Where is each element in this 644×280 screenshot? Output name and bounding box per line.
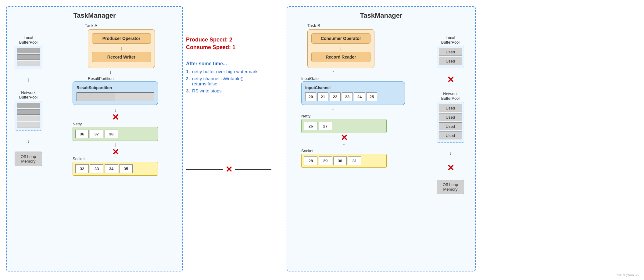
- used-box-3: Used: [439, 104, 462, 112]
- after-list: netty buffer over high watermark netty c…: [186, 69, 258, 95]
- right-socket-label: Socket: [301, 149, 431, 153]
- local-pool-red-x: ✕: [447, 76, 454, 84]
- horizontal-red-x: ✕: [225, 165, 232, 174]
- left-netty-label: Netty: [73, 122, 177, 126]
- nbp-row-4: [17, 122, 40, 127]
- record-reader: Record Reader: [311, 52, 370, 62]
- left-socket-label: Socket: [73, 156, 177, 161]
- horizontal-line-x: ✕: [186, 165, 271, 174]
- right-netty-label: Netty: [301, 114, 431, 118]
- local-pool-block: ✕: [447, 76, 454, 84]
- right-tm-title: TaskManager: [292, 12, 470, 20]
- left-socket-buffer: 32 33 34 35: [73, 162, 158, 176]
- socket-cell-33: 33: [90, 164, 103, 173]
- record-writer: Record Writer: [92, 52, 151, 62]
- input-channel-title: InputChannel: [305, 85, 401, 90]
- used-box-6: Used: [439, 131, 462, 139]
- netty-block-indicator: ↓ ✕: [73, 107, 158, 122]
- ic-cell-21: 21: [317, 92, 328, 101]
- task-b-label: Task B: [307, 23, 431, 28]
- producer-to-writer-arrow: ↓: [92, 45, 151, 52]
- right-local-buffer-pool-group: LocalBufferPool Used Used: [437, 35, 464, 68]
- after-item-3: RS write stops: [186, 88, 258, 93]
- nbp-row-1: [17, 103, 40, 108]
- result-partition-label: ResultPartition: [88, 76, 177, 81]
- right-local-pool-box: Used Used: [437, 46, 464, 68]
- used-box-2: Used: [439, 57, 462, 65]
- after-item-2: netty channel.isWritable()returns false: [186, 76, 258, 86]
- right-task-manager: TaskManager Task B Consumer Operator ↓ R…: [287, 6, 476, 271]
- right-pool-to-offheap-arrow: ↓: [449, 150, 452, 156]
- socket-red-x: ✕: [112, 148, 119, 156]
- right-socket-buffer: 28 29 30 31: [301, 154, 387, 168]
- socket-block-indicator: ↓ ✕: [73, 142, 158, 156]
- consume-speed-label: Consume Speed:: [186, 44, 231, 50]
- task-to-partition-arrow: ↓: [109, 69, 177, 76]
- netty-to-socket-arrow: ↓: [114, 142, 117, 148]
- right-netty-empty-1: [333, 122, 347, 130]
- consume-speed-value: 1: [232, 44, 235, 50]
- left-task-manager: TaskManager LocalBufferPool ↓ Netwo: [6, 6, 183, 271]
- produce-speed-label: Produce Speed:: [186, 37, 228, 43]
- consumer-operator: Consumer Operator: [311, 33, 370, 44]
- right-netty-buffer: 26 27: [301, 119, 387, 133]
- bp-row-2: [17, 54, 40, 60]
- produce-speed-line: Produce Speed: 2: [186, 37, 235, 43]
- left-socket-section: Socket 32 33 34 35: [73, 156, 177, 176]
- netty-cell-37: 37: [90, 130, 103, 138]
- right-netty-empty-2: [348, 122, 361, 130]
- socket-to-netty-arrow-right: ↑: [343, 142, 345, 149]
- netty-red-x: ✕: [112, 113, 119, 122]
- after-item-1: netty buffer over high watermark: [186, 69, 258, 74]
- used-box-5: Used: [439, 122, 462, 130]
- after-text: After some time...: [186, 61, 227, 66]
- ic-cell-20: 20: [305, 92, 316, 101]
- partition-to-netty-arrow: ↓: [114, 107, 117, 113]
- input-channel-cells: 20 21 22 23 24 25: [305, 92, 401, 101]
- right-socket-red-x: ✕: [341, 134, 348, 142]
- right-netty-section: Netty 26 27: [301, 114, 431, 133]
- producer-operator: Producer Operator: [92, 33, 151, 44]
- right-network-pool-label: NetworkBufferPool: [441, 92, 460, 101]
- right-offheap-box: Off-heapMemory: [437, 180, 464, 194]
- socket-cell-35: 35: [119, 164, 133, 173]
- netty-cell-26: 26: [304, 122, 317, 130]
- input-gate-label: InputGate: [301, 76, 431, 81]
- speed-info: Produce Speed: 2 Consume Speed: 1: [186, 37, 235, 52]
- netty-empty-1: [119, 130, 133, 138]
- consumer-to-reader-arrow: ↓: [311, 45, 370, 52]
- task-a-label: Task A: [85, 23, 177, 28]
- used-box-1: Used: [439, 48, 462, 56]
- subpartition-half-2: [115, 93, 154, 101]
- right-network-buffer-pool-group: NetworkBufferPool Used Used Used Used: [437, 92, 464, 143]
- subpartition-half-1: [77, 93, 115, 101]
- subpartition-inner: [77, 92, 154, 101]
- nbp-row-2: [17, 109, 40, 115]
- right-socket-block-indicator: ✕ ↑: [301, 134, 387, 149]
- h-line-left: [186, 169, 223, 170]
- left-main-content: Task A Producer Operator ↓ Record Writer…: [45, 23, 177, 267]
- consume-speed-line: Consume Speed: 1: [186, 44, 235, 51]
- socket-cell-30: 30: [333, 156, 347, 165]
- used-box-4: Used: [439, 113, 462, 121]
- netty-cell-38: 38: [105, 130, 118, 138]
- input-channel-box: InputChannel 20 21 22 23 24 25: [301, 81, 405, 105]
- right-main-content: Task B Consumer Operator ↓ Record Reader…: [292, 23, 431, 267]
- socket-cell-28: 28: [304, 156, 317, 165]
- left-netty-buffer: 36 37 38: [73, 127, 158, 141]
- right-pools: LocalBufferPool Used Used ✕ NetworkBuffe…: [431, 23, 470, 267]
- bp-row-1: [17, 48, 40, 53]
- result-subpartition-box: ResultSubpartition: [73, 81, 158, 105]
- ic-cell-24: 24: [354, 92, 365, 101]
- netty-cell-36: 36: [75, 130, 89, 138]
- left-offheap-box: Off-heapMemory: [15, 152, 42, 166]
- left-tm-title: TaskManager: [12, 12, 177, 20]
- produce-speed-value: 2: [229, 37, 232, 43]
- local-buffer-pool-group: LocalBufferPool: [15, 35, 42, 69]
- task-a-container: Producer Operator ↓ Record Writer: [88, 29, 155, 68]
- socket-cell-31: 31: [348, 156, 361, 165]
- network-buffer-pool-group: NetworkBufferPool: [15, 90, 42, 131]
- right-socket-section: Socket 28 29 30 31: [301, 149, 431, 168]
- local-buffer-pool-box: [15, 46, 42, 69]
- ic-cell-22: 22: [330, 92, 341, 101]
